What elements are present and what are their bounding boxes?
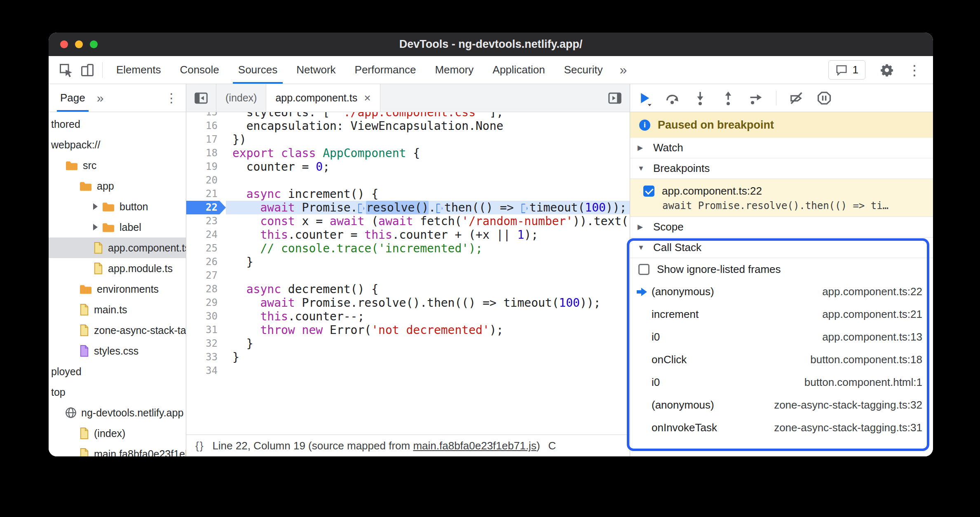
frame-location[interactable]: app.component.ts:22 [822,285,922,298]
line-number[interactable]: 29 [186,296,226,310]
code-line-text[interactable]: this.counter--; [226,310,630,323]
frame-location[interactable]: zone-async-stack-tagging.ts:32 [774,399,922,411]
step-out-icon[interactable] [720,90,736,106]
inspect-element-icon[interactable] [55,59,77,81]
disclosure-triangle-icon[interactable] [93,203,98,210]
tree-item[interactable]: zone-async-stack-ta [49,320,186,341]
code-line-text[interactable] [226,174,630,187]
code-line-text[interactable]: // console.trace('incremented'); [226,242,630,255]
disclosure-triangle-icon[interactable] [93,224,98,230]
tab-sources[interactable]: Sources [229,56,287,84]
frame-location[interactable]: zone-async-stack-tagging.ts:31 [774,421,922,434]
pretty-print-icon[interactable]: {} [195,439,204,452]
close-tab-icon[interactable]: × [364,92,370,105]
step-icon[interactable] [748,90,764,106]
code-line-text[interactable]: counter = 0; [226,160,630,174]
tree-item[interactable]: ng-devtools.netlify.app [49,402,186,423]
call-stack-frame[interactable]: (anonymous)app.component.ts:22 [630,280,933,303]
settings-gear-icon[interactable] [876,59,898,81]
line-number[interactable]: 15 [186,112,226,119]
frame-location[interactable]: button.component.ts:18 [810,353,922,366]
tab-application[interactable]: Application [483,56,554,84]
line-number[interactable]: 21 [186,187,226,201]
section-scope[interactable]: ▶ Scope [630,217,933,237]
devtools-menu-icon[interactable]: ⋮ [905,62,924,78]
tab-performance[interactable]: Performance [345,56,426,84]
ignore-listed-checkbox[interactable] [638,264,649,275]
line-number[interactable]: 32 [186,337,226,350]
line-number[interactable]: 25 [186,242,226,255]
toggle-device-toolbar-icon[interactable] [77,59,98,81]
step-into-hint-icon[interactable] [436,204,443,213]
code-line-text[interactable]: }) [226,133,630,146]
line-number[interactable]: 19 [186,160,226,174]
tree-item[interactable]: main.fa8bfa0e23f1eb [49,444,186,456]
call-stack-frame[interactable]: i0button.component.html:1 [630,371,933,394]
breakpoint-checkbox[interactable] [643,186,654,197]
step-over-icon[interactable] [664,90,680,106]
close-window-button[interactable] [60,40,68,48]
more-panels-icon[interactable]: » [612,62,634,78]
tab-elements[interactable]: Elements [107,56,170,84]
resume-icon[interactable] [636,90,652,106]
code-line-text[interactable]: encapsulation: ViewEncapsulation.None [226,119,630,133]
code-line-text[interactable]: async decrement() { [226,282,630,296]
tree-item[interactable]: app [49,176,186,196]
tree-item[interactable]: app.component.ts [49,237,186,258]
tree-item[interactable]: main.ts [49,299,186,320]
show-ignore-listed-frames-option[interactable]: Show ignore-listed frames [630,258,933,280]
code-line-text[interactable]: } [226,255,630,269]
line-number[interactable]: 34 [186,364,226,378]
breakpoint-entry[interactable]: app.component.ts:22 await Promise.resolv… [630,179,933,217]
call-stack-frame[interactable]: onInvokeTaskzone-async-stack-tagging.ts:… [630,416,933,439]
frame-location[interactable]: button.component.html:1 [804,376,922,389]
tree-item[interactable]: ployed [49,361,186,382]
line-number[interactable]: 30 [186,310,226,323]
navigator-menu-icon[interactable]: ⋮ [163,91,180,105]
code-line-text[interactable]: throw new Error('not decremented'); [226,323,630,337]
tree-item[interactable]: top [49,382,186,402]
call-stack-frame[interactable]: (anonymous)zone-async-stack-tagging.ts:3… [630,394,933,416]
tree-item[interactable]: webpack:// [49,134,186,155]
call-stack-frame[interactable]: i0app.component.ts:13 [630,326,933,348]
line-number[interactable]: 16 [186,119,226,133]
line-number[interactable]: 28 [186,282,226,296]
zoom-window-button[interactable] [90,40,98,48]
line-number[interactable]: 22 [186,201,226,214]
tree-item[interactable]: thored [49,114,186,134]
step-into-hint-icon[interactable] [358,204,364,213]
line-number[interactable]: 17 [186,133,226,146]
line-number[interactable]: 33 [186,350,226,364]
code-line-text[interactable]: } [226,350,630,364]
code-line-text[interactable]: this.counter = this.counter + (+x || 1); [226,228,630,242]
frame-location[interactable]: app.component.ts:13 [822,331,922,343]
issues-counter[interactable]: 1 [828,60,865,80]
minimize-window-button[interactable] [75,40,83,48]
source-map-link[interactable]: main.fa8bfa0e23f1eb71.js [413,439,536,452]
call-stack-frame[interactable]: onClickbutton.component.ts:18 [630,348,933,371]
code-line-text[interactable]: styleUrls: [ './app.component.css' ], [226,112,630,119]
step-into-icon[interactable] [692,90,708,106]
code-line-text[interactable]: } [226,337,630,350]
more-navigator-tabs-icon[interactable]: » [91,91,110,105]
pause-on-exceptions-icon[interactable] [816,90,832,106]
code-line-text[interactable]: const x = await (await fetch('/random-nu… [226,214,630,228]
editor-tab[interactable]: (index) [216,84,266,112]
line-number[interactable]: 27 [186,269,226,282]
tab-console[interactable]: Console [170,56,228,84]
step-into-hint-icon[interactable] [521,204,528,213]
line-number[interactable]: 24 [186,228,226,242]
code-line-text[interactable]: await Promise.resolve().then(() => timeo… [226,296,630,310]
line-number[interactable]: 20 [186,174,226,187]
tree-item[interactable]: app.module.ts [49,258,186,279]
section-watch[interactable]: ▶ Watch [630,138,933,158]
tree-item[interactable]: environments [49,279,186,299]
line-number[interactable]: 18 [186,146,226,160]
code-line-text[interactable]: export class AppComponent { [226,146,630,160]
code-line-text[interactable]: async increment() { [226,187,630,201]
tab-page[interactable]: Page [54,84,91,112]
tab-security[interactable]: Security [555,56,612,84]
toggle-debugger-sidebar-icon[interactable] [600,84,630,112]
code-editor[interactable]: 15 styleUrls: [ './app.component.css' ],… [186,112,630,435]
tree-item[interactable]: label [49,217,186,237]
